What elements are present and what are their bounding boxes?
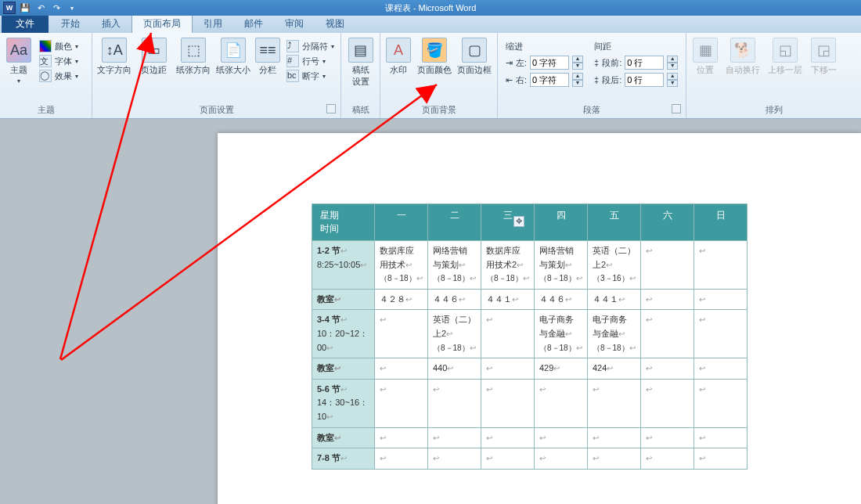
table-cell[interactable]: 440↩ — [428, 358, 481, 380]
paragraph-launcher[interactable] — [672, 104, 681, 113]
position-button[interactable]: ▦位置 — [690, 36, 721, 77]
table-cell[interactable]: ↩ — [694, 289, 748, 310]
margins-button[interactable]: ▭页边距 — [135, 36, 174, 77]
tab-page-layout[interactable]: 页面布局 — [131, 14, 193, 33]
table-cell[interactable]: ↩ — [535, 427, 588, 448]
spacing-after-spinner[interactable]: ▲▼ — [667, 73, 678, 87]
table-cell[interactable]: ４４１↩ — [481, 289, 535, 310]
header-day-cell: 三 — [481, 204, 535, 241]
indent-right-spinner[interactable]: ▲▼ — [572, 73, 583, 87]
table-cell[interactable]: ↩ — [535, 379, 588, 427]
table-cell[interactable]: ↩ — [481, 379, 535, 427]
table-cell[interactable]: ↩ — [641, 241, 694, 290]
tab-references[interactable]: 引用 — [193, 15, 233, 33]
tab-file[interactable]: 文件 — [2, 15, 49, 33]
page-color-button[interactable]: 🪣页面颜色 — [415, 36, 453, 77]
table-cell[interactable]: ↩ — [641, 358, 694, 380]
tab-review[interactable]: 审阅 — [274, 15, 315, 33]
hyphenation-button[interactable]: bc断字 ▾ — [283, 69, 337, 83]
save-icon[interactable]: 💾 — [19, 2, 31, 14]
themes-button[interactable]: Aa 主题 ▾ — [3, 36, 34, 86]
spacing-after-input[interactable] — [625, 73, 664, 87]
spacing-after-icon: ‡ — [594, 75, 599, 85]
page-borders-button[interactable]: ▢页面边框 — [456, 36, 494, 77]
group-page-setup-label: 页面设置 — [95, 103, 337, 118]
table-cell[interactable]: 英语（二）上2↩（8－18）↩ — [428, 310, 481, 358]
table-cell[interactable]: ↩ — [694, 448, 748, 470]
qat-dropdown-icon[interactable]: ▾ — [66, 2, 78, 14]
breaks-button[interactable]: ⤴分隔符 ▾ — [283, 39, 337, 53]
table-cell[interactable]: 数据库应用技术↩（8－18）↩ — [375, 241, 428, 290]
table-cell[interactable]: ↩ — [375, 448, 428, 470]
undo-icon[interactable]: ↶ — [34, 2, 47, 14]
table-cell[interactable]: 数据库应用技术2↩（8－18）↩ — [481, 241, 535, 290]
tab-home[interactable]: 开始 — [50, 15, 91, 33]
indent-left-input[interactable] — [530, 56, 569, 70]
orientation-button[interactable]: ⬚纸张方向 — [175, 36, 213, 77]
text-direction-button[interactable]: ↕A文字方向 — [95, 36, 134, 77]
table-cell[interactable]: ４４６↩ — [535, 289, 588, 310]
table-cell[interactable]: ↩ — [641, 427, 694, 448]
tab-insert[interactable]: 插入 — [91, 15, 131, 33]
table-cell[interactable]: ↩ — [641, 379, 694, 427]
table-cell[interactable]: 429↩ — [535, 358, 588, 380]
table-cell[interactable]: ↩ — [375, 358, 428, 380]
table-cell[interactable]: 424↩ — [588, 358, 641, 380]
table-cell[interactable]: ↩ — [481, 448, 535, 470]
table-cell[interactable]: ↩ — [428, 379, 481, 427]
group-manuscript: ▤稿纸 设置 稿纸 — [341, 33, 380, 118]
table-cell[interactable]: ↩ — [694, 310, 748, 358]
spacing-before-input[interactable] — [625, 56, 664, 70]
table-cell[interactable]: ↩ — [588, 427, 641, 448]
send-backward-button[interactable]: ◲下移一 — [807, 36, 840, 77]
columns-button[interactable]: ≡≡分栏 — [254, 36, 282, 77]
theme-effects-button[interactable]: ◯效果 ▾ — [36, 69, 81, 83]
table-cell[interactable]: ↩ — [694, 358, 748, 380]
tab-view[interactable]: 视图 — [315, 15, 355, 33]
theme-fonts-button[interactable]: 文字体 ▾ — [36, 54, 81, 68]
schedule-table[interactable]: 星期 时间 一二三四五六日 1-2 节↩8:25~10:05↩数据库应用技术↩（… — [312, 203, 748, 470]
table-cell[interactable]: ↩ — [481, 358, 535, 380]
table-cell[interactable]: ↩ — [694, 427, 748, 448]
table-cell[interactable]: 网络营销与策划↩（8－18）↩ — [535, 241, 588, 290]
manuscript-settings-button[interactable]: ▤稿纸 设置 — [344, 36, 376, 89]
wrap-text-button[interactable]: 🐕自动换行 — [722, 36, 763, 77]
table-cell[interactable]: ↩ — [428, 427, 481, 448]
table-cell[interactable]: ４２８↩ — [375, 289, 428, 310]
table-cell[interactable]: ↩ — [375, 379, 428, 427]
table-cell[interactable]: ↩ — [481, 310, 535, 358]
table-cell[interactable]: ↩ — [375, 310, 428, 358]
table-cell[interactable]: ↩ — [641, 289, 694, 310]
redo-icon[interactable]: ↷ — [50, 2, 63, 14]
table-cell[interactable]: ↩ — [588, 379, 641, 427]
theme-colors-button[interactable]: 颜色 ▾ — [36, 39, 81, 53]
bring-forward-button[interactable]: ◱上移一层 — [765, 36, 805, 77]
indent-left-spinner[interactable]: ▲▼ — [572, 56, 583, 70]
table-cell[interactable]: ↩ — [428, 448, 481, 470]
table-cell[interactable]: 英语（二）上2↩（3－16）↩ — [588, 241, 641, 290]
page-setup-launcher[interactable] — [326, 104, 336, 113]
table-cell[interactable]: ４４１↩ — [588, 289, 641, 310]
table-cell[interactable]: ↩ — [694, 379, 748, 427]
table-cell[interactable]: ↩ — [641, 310, 694, 358]
table-cell[interactable]: ↩ — [588, 448, 641, 470]
table-cell[interactable]: 电子商务与金融↩（8－18）↩ — [588, 310, 641, 358]
spacing-before-spinner[interactable]: ▲▼ — [667, 56, 678, 70]
indent-right-input[interactable] — [530, 73, 569, 87]
ribbon-tabs: 文件 开始 插入 页面布局 引用 邮件 审阅 视图 — [0, 16, 861, 33]
table-cell[interactable]: ↩ — [481, 427, 535, 448]
table-cell[interactable]: ↩ — [641, 448, 694, 470]
table-cell[interactable]: 网络营销与策划↩（8－18）↩ — [428, 241, 481, 290]
line-numbers-button[interactable]: #行号 ▾ — [283, 54, 337, 68]
tab-mailings[interactable]: 邮件 — [233, 15, 274, 33]
size-button[interactable]: 📄纸张大小 — [214, 36, 253, 77]
watermark-button[interactable]: A水印 — [384, 36, 413, 77]
document-area[interactable]: ✥ 星期 时间 一二三四五六日 1-2 节↩8:25~10:05↩数据库应用技术… — [0, 119, 861, 504]
table-cell[interactable]: ↩ — [535, 448, 588, 470]
page[interactable]: ✥ 星期 时间 一二三四五六日 1-2 节↩8:25~10:05↩数据库应用技术… — [218, 133, 861, 504]
table-cell[interactable]: ４４６↩ — [428, 289, 481, 310]
table-cell[interactable]: 电子商务与金融↩（8－18）↩ — [535, 310, 588, 358]
table-cell[interactable]: ↩ — [694, 241, 748, 290]
table-move-handle[interactable]: ✥ — [513, 216, 524, 227]
table-cell[interactable]: ↩ — [375, 427, 428, 448]
